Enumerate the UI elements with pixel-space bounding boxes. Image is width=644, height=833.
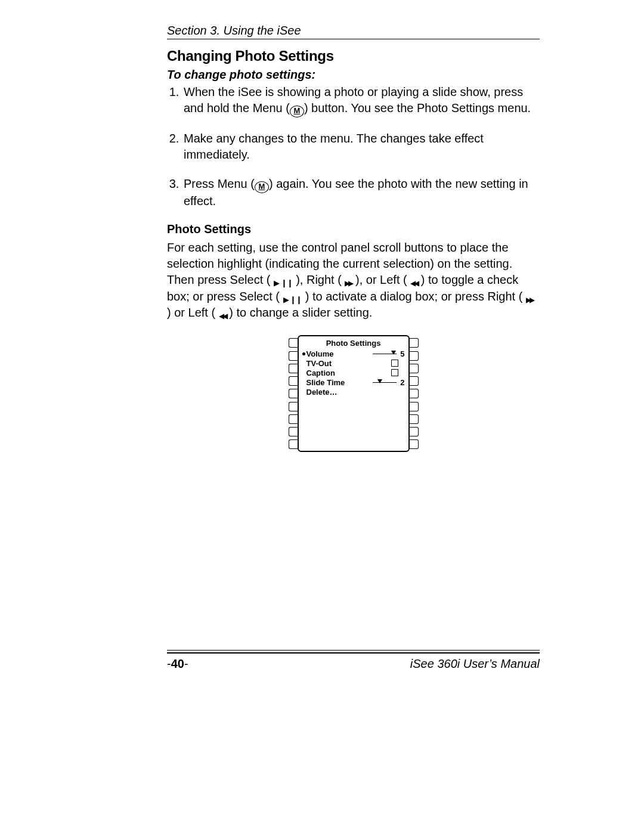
step-1-text-b: ) button. You see the Photo Settings men… bbox=[304, 101, 531, 114]
film-sprocket-icon bbox=[410, 402, 419, 411]
slidetime-slider bbox=[373, 379, 397, 385]
film-sprocket-icon bbox=[410, 439, 419, 449]
header-rule bbox=[167, 39, 540, 39]
film-sprocket-icon bbox=[289, 439, 298, 449]
manual-title: iSee 360i User’s Manual bbox=[410, 657, 540, 671]
procedure-steps: When the iSee is showing a photo or play… bbox=[167, 84, 540, 209]
film-sprocket-icon bbox=[289, 351, 298, 361]
device-screen: Photo Settings Volume 5 TV-Out bbox=[289, 335, 419, 452]
film-sprocket-icon bbox=[410, 427, 419, 436]
fast-forward-icon: ▶▶ bbox=[526, 295, 533, 305]
menu-label: Volume bbox=[306, 349, 334, 358]
film-sprocket-icon bbox=[289, 427, 298, 436]
footer-rule-thin bbox=[167, 650, 540, 651]
photo-settings-paragraph: For each setting, use the control panel … bbox=[167, 240, 540, 321]
page-footer: -40- iSee 360i User’s Manual bbox=[167, 650, 540, 671]
menu-m-icon: M bbox=[290, 106, 304, 117]
menu-row-tvout: TV-Out bbox=[302, 358, 405, 368]
diagram-title: Photo Settings bbox=[302, 339, 405, 348]
film-sprocket-icon bbox=[289, 402, 298, 411]
photo-settings-subheading: Photo Settings bbox=[167, 222, 540, 236]
rewind-icon: ◀◀ bbox=[410, 278, 417, 288]
menu-label: Delete… bbox=[306, 388, 338, 397]
film-sprocket-icon bbox=[410, 376, 419, 386]
menu-row-volume: Volume 5 bbox=[302, 349, 405, 358]
film-sprocket-icon bbox=[289, 414, 298, 424]
film-strip-right bbox=[410, 335, 419, 452]
photo-settings-diagram: Photo Settings Volume 5 TV-Out bbox=[167, 335, 540, 452]
page-heading: Changing Photo Settings bbox=[167, 48, 540, 64]
procedure-subheading: To change photo settings: bbox=[167, 68, 540, 82]
step-3: Press Menu (M) again. You see the photo … bbox=[182, 176, 540, 209]
page-number: -40- bbox=[167, 657, 188, 671]
film-sprocket-icon bbox=[289, 389, 298, 398]
play-pause-icon: ▶ ❙❙ bbox=[283, 295, 302, 305]
menu-row-delete: Delete… bbox=[302, 387, 405, 397]
film-sprocket-icon bbox=[410, 364, 419, 373]
footer-rule-thick bbox=[167, 652, 540, 654]
menu-label: Caption bbox=[306, 368, 335, 377]
fast-forward-icon: ▶▶ bbox=[345, 278, 352, 288]
film-sprocket-icon bbox=[410, 351, 419, 361]
film-sprocket-icon bbox=[289, 364, 298, 373]
screen-content: Photo Settings Volume 5 TV-Out bbox=[298, 335, 410, 452]
film-sprocket-icon bbox=[289, 376, 298, 386]
film-sprocket-icon bbox=[410, 389, 419, 398]
selection-dot-icon bbox=[302, 352, 305, 355]
step-2: Make any changes to the menu. The change… bbox=[182, 131, 540, 163]
checkbox-icon bbox=[391, 360, 398, 367]
step-1: When the iSee is showing a photo or play… bbox=[182, 84, 540, 117]
menu-label: Slide Time bbox=[306, 378, 345, 387]
slidetime-value: 2 bbox=[399, 378, 405, 387]
slider-thumb-icon bbox=[391, 351, 396, 355]
menu-row-caption: Caption bbox=[302, 368, 405, 377]
volume-slider bbox=[373, 351, 397, 357]
footer-row: -40- iSee 360i User’s Manual bbox=[167, 657, 540, 671]
ps-text-5: ) to activate a dialog box; or press Rig… bbox=[305, 290, 523, 303]
ps-text-3: ), or Left ( bbox=[355, 273, 407, 286]
section-header: Section 3. Using the iSee bbox=[167, 24, 540, 38]
play-pause-icon: ▶ ❙❙ bbox=[274, 278, 293, 289]
ps-text-7: ) to change a slider setting. bbox=[229, 306, 372, 319]
checkbox-icon bbox=[391, 369, 398, 376]
film-sprocket-icon bbox=[410, 338, 419, 348]
film-sprocket-icon bbox=[410, 414, 419, 424]
ps-text-6: ) or Left ( bbox=[167, 306, 215, 319]
rewind-icon: ◀◀ bbox=[219, 311, 226, 321]
film-strip-left bbox=[289, 335, 298, 452]
menu-label: TV-Out bbox=[306, 359, 332, 368]
menu-m-icon: M bbox=[255, 181, 269, 193]
volume-value: 5 bbox=[399, 349, 405, 358]
manual-page: Section 3. Using the iSee Changing Photo… bbox=[0, 0, 644, 833]
step-3-text-a: Press Menu ( bbox=[184, 177, 255, 190]
slider-thumb-icon bbox=[377, 379, 382, 383]
film-sprocket-icon bbox=[289, 338, 298, 348]
menu-row-slidetime: Slide Time 2 bbox=[302, 377, 405, 387]
ps-text-2: ), Right ( bbox=[296, 273, 342, 286]
